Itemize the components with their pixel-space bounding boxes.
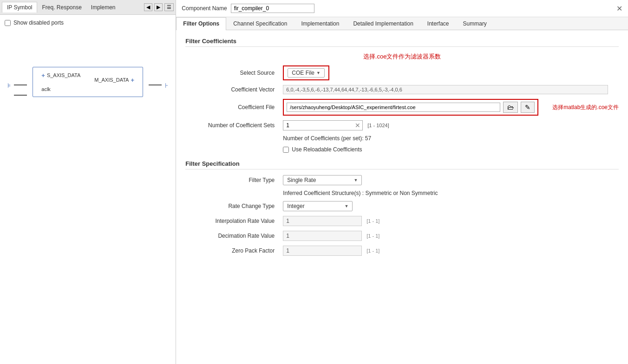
decim-rate-label: Decimation Rate Value — [185, 233, 278, 239]
show-disabled-label: Show disabled ports — [13, 20, 64, 26]
close-button[interactable]: ✕ — [616, 4, 622, 13]
s-axis-plus-icon: + — [41, 72, 45, 79]
tab-interface[interactable]: Interface — [420, 17, 456, 30]
tab-menu-button[interactable]: ☰ — [164, 3, 174, 11]
select-source-outline: COE File ▼ — [283, 65, 329, 80]
tab-detailed-implementation[interactable]: Detailed Implementation — [346, 17, 420, 30]
zero-pack-input — [283, 246, 362, 256]
interp-rate-label: Interpolation Rate Value — [185, 218, 278, 224]
interp-rate-row: Interpolation Rate Value [1 - 1] — [185, 216, 619, 226]
decim-rate-input — [283, 231, 362, 241]
num-coeff-sets-input-wrapper: ✕ — [283, 120, 363, 130]
num-coeff-sets-range: [1 - 1024] — [367, 123, 389, 128]
decim-rate-range: [1 - 1] — [366, 233, 379, 239]
tab-channel-specification[interactable]: Channel Specification — [226, 17, 294, 30]
select-source-value: COE File — [292, 70, 314, 76]
num-coeff-sets-label: Number of Coefficient Sets — [185, 122, 278, 129]
component-name-bar: Component Name ✕ — [176, 0, 628, 17]
show-disabled-checkbox[interactable] — [5, 20, 11, 26]
port-aclk: aclk — [41, 86, 80, 92]
num-coeff-sets-input[interactable] — [283, 121, 353, 130]
tab-next-button[interactable]: ▶ — [154, 3, 163, 11]
tab-implementation[interactable]: Implementation — [294, 17, 346, 30]
rate-change-arrow-icon: ▼ — [344, 204, 348, 208]
num-coefficients-row: Number of Coefficients (per set): 57 — [185, 135, 619, 142]
filter-specification-title: Filter Specification — [185, 160, 619, 169]
right-tabs-header: Filter Options Channel Specification Imp… — [176, 17, 628, 30]
coeff-file-row: Coefficient File 🗁 ✎ 选择matlab生成的.coe文件 — [185, 99, 619, 116]
rate-change-dropdown[interactable]: Integer ▼ — [283, 201, 353, 211]
coeff-vector-row: Coefficient Vector — [185, 85, 619, 94]
component-name-input[interactable] — [231, 4, 314, 13]
use-reloadable-checkbox[interactable] — [283, 147, 289, 153]
select-source-dropdown[interactable]: COE File ▼ — [288, 68, 325, 78]
interp-rate-range: [1 - 1] — [366, 218, 379, 224]
ip-block-right-ports: M_AXIS_DATA + — [94, 72, 134, 84]
num-coeff-sets-row: Number of Coefficient Sets ✕ [1 - 1024] — [185, 120, 619, 130]
tab-more-buttons: ◀ ▶ ☰ — [144, 3, 174, 11]
num-coeff-sets-clear-button[interactable]: ✕ — [353, 122, 362, 129]
m-axis-connector-icon: ⊦ — [165, 82, 168, 89]
m-axis-data-label: M_AXIS_DATA — [94, 77, 129, 83]
filter-type-row: Filter Type Single Rate ▼ — [185, 175, 619, 185]
component-name-label: Component Name — [182, 5, 227, 12]
file-browse-button[interactable]: 🗁 — [503, 102, 518, 113]
port-s-axis-data: + S_AXIS_DATA — [41, 72, 80, 79]
coeff-vector-input — [283, 85, 608, 94]
show-disabled-row: Show disabled ports — [5, 20, 171, 26]
tab-ip-symbol[interactable]: IP Symbol — [2, 2, 37, 13]
annotation-top: 选择.coe文件作为滤波器系数 — [185, 52, 619, 61]
zero-pack-label: Zero Pack Factor — [185, 247, 278, 254]
zero-pack-range: [1 - 1] — [366, 248, 379, 254]
rate-change-label: Rate Change Type — [185, 203, 278, 209]
use-reloadable-row: Use Reloadable Coefficients — [283, 146, 619, 153]
tab-filter-options[interactable]: Filter Options — [176, 17, 226, 30]
rate-change-value: Integer — [287, 203, 304, 209]
filter-type-arrow-icon: ▼ — [353, 178, 358, 182]
decim-rate-row: Decimation Rate Value [1 - 1] — [185, 231, 619, 241]
s-axis-data-label: S_AXIS_DATA — [47, 72, 80, 78]
ip-symbol-area: + S_AXIS_DATA aclk M_AXIS_DATA — [5, 40, 171, 124]
coeff-vector-label: Coefficient Vector — [185, 86, 278, 93]
left-content: Show disabled ports + S_AXIS — [0, 15, 176, 364]
tab-prev-button[interactable]: ◀ — [144, 3, 152, 11]
num-coefficients-label: Number of Coefficients (per set): 57 — [283, 135, 371, 142]
tab-freq-response[interactable]: Freq. Response — [37, 2, 86, 13]
coeff-file-input[interactable] — [287, 103, 500, 112]
tab-summary[interactable]: Summary — [456, 17, 494, 30]
port-m-axis-data: M_AXIS_DATA + — [94, 77, 134, 84]
left-tabs-bar: IP Symbol Freq. Response Implemen ◀ ▶ ☰ — [0, 0, 176, 15]
coeff-file-outline: 🗁 ✎ — [283, 99, 538, 116]
annotation-coe-text: 选择.coe文件作为滤波器系数 — [363, 53, 441, 60]
m-axis-plus-icon: + — [131, 77, 134, 84]
use-reloadable-label: Use Reloadable Coefficients — [292, 146, 362, 153]
filter-coefficients-title: Filter Coefficients — [185, 38, 619, 47]
ip-block: + S_AXIS_DATA aclk M_AXIS_DATA — [33, 67, 143, 97]
file-edit-button[interactable]: ✎ — [521, 102, 535, 113]
select-source-label: Select Source — [185, 70, 278, 76]
s-axis-connector-icon: ⊧ — [7, 82, 11, 89]
zero-pack-row: Zero Pack Factor [1 - 1] — [185, 246, 619, 256]
inferred-coeff-row: Inferred Coefficient Structure(s) : Symm… — [185, 190, 619, 196]
ip-block-left-ports: + S_AXIS_DATA aclk — [41, 72, 80, 92]
tab-content: Filter Coefficients 选择.coe文件作为滤波器系数 Sele… — [176, 30, 628, 364]
filter-type-value: Single Rate — [287, 177, 316, 183]
aclk-label: aclk — [41, 86, 51, 92]
select-source-row: Select Source COE File ▼ — [185, 65, 619, 80]
rate-change-row: Rate Change Type Integer ▼ — [185, 201, 619, 211]
tab-implement[interactable]: Implemen — [86, 2, 120, 13]
select-source-arrow-icon: ▼ — [316, 71, 321, 75]
filter-type-label: Filter Type — [185, 177, 278, 183]
interp-rate-input — [283, 216, 362, 226]
annotation-coe-right: 选择matlab生成的.coe文件 — [552, 104, 619, 111]
coeff-file-label: Coefficient File — [185, 104, 278, 110]
filter-type-dropdown[interactable]: Single Rate ▼ — [283, 175, 362, 185]
inferred-coeff-label: Inferred Coefficient Structure(s) : Symm… — [283, 190, 438, 196]
